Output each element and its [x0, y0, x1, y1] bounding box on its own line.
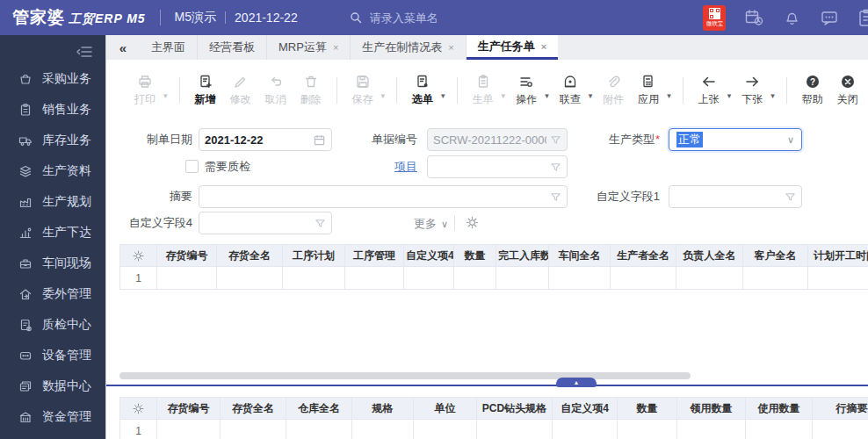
sidebar-item-production-planning[interactable]: 生产规划 [0, 186, 105, 217]
column-header[interactable]: 数量 [454, 245, 496, 267]
grid-cell[interactable] [217, 267, 283, 290]
grid-cell[interactable] [454, 267, 496, 290]
sidebar-item-outsourcing[interactable]: 委外管理 [0, 278, 105, 309]
splitter-collapse-handle[interactable] [556, 378, 597, 387]
funnel-icon[interactable] [785, 191, 796, 203]
sidebar-item-sales[interactable]: 销售业务 [0, 94, 105, 125]
grid-cell[interactable] [611, 267, 676, 290]
tabs-back-button[interactable]: « [106, 35, 140, 60]
project-label[interactable]: 项目 [317, 155, 417, 178]
search-input[interactable] [370, 11, 484, 25]
grid-cell[interactable] [549, 267, 611, 290]
splitter-line[interactable] [106, 385, 868, 386]
custom1-input[interactable] [675, 191, 781, 204]
row-index[interactable]: 1 [120, 420, 157, 439]
form-settings-gear-icon[interactable] [465, 215, 480, 230]
funnel-icon[interactable] [550, 191, 561, 203]
tab-wip-report[interactable]: 生产在制情况表 × [351, 35, 466, 60]
custom4-input[interactable] [205, 217, 311, 230]
menu-search[interactable] [349, 11, 484, 25]
close-tab-icon[interactable]: × [541, 41, 546, 52]
custom4-field[interactable] [199, 212, 332, 234]
funnel-icon[interactable] [550, 134, 561, 146]
grid-cell[interactable] [676, 267, 743, 290]
custom1-field[interactable] [669, 185, 802, 208]
edit-button[interactable]: 修改 [223, 74, 258, 107]
previous-doc-button[interactable]: 上张 [691, 74, 727, 107]
column-header[interactable]: PCD钻头规格 [477, 398, 553, 420]
column-header[interactable]: 领用数量 [677, 398, 746, 420]
message-icon[interactable] [820, 8, 839, 27]
sidebar-item-funds[interactable]: 资金管理 [0, 401, 105, 432]
row-index[interactable]: 1 [120, 267, 157, 290]
grid-cell[interactable] [352, 420, 414, 439]
sidebar-item-production-data[interactable]: 生产资料 [0, 155, 105, 186]
grid-cell[interactable] [286, 420, 352, 439]
dropdown-caret[interactable] [381, 91, 386, 100]
qr-app-badge[interactable]: 微联宝 [703, 5, 726, 31]
bell-icon[interactable] [783, 9, 801, 27]
column-header[interactable]: 负责人全名 [676, 245, 743, 267]
add-button[interactable]: 新增 [188, 74, 223, 107]
column-header[interactable]: 自定义项4 [404, 245, 454, 267]
column-header[interactable]: 单位 [414, 398, 477, 420]
make-date-input[interactable] [205, 133, 309, 147]
sidebar-collapse-icon[interactable] [76, 45, 93, 59]
tab-production-task[interactable]: 生产任务单 × [467, 35, 558, 60]
save-button[interactable]: 保存 [345, 74, 380, 107]
column-header[interactable]: 生产者全名 [611, 245, 676, 267]
column-header[interactable]: 使用数量 [746, 398, 813, 420]
sidebar-item-data-center[interactable]: 数据中心 [0, 371, 105, 401]
grid-cell[interactable] [677, 420, 746, 439]
dropdown-caret[interactable] [441, 91, 445, 100]
grid-cell[interactable] [345, 267, 404, 290]
grid-settings-gear-icon[interactable] [120, 398, 157, 420]
grid-settings-gear-icon[interactable] [120, 245, 157, 267]
summary-input[interactable] [205, 191, 546, 204]
grid-cell[interactable] [414, 420, 477, 439]
tab-dashboard[interactable]: 经营看板 [198, 35, 267, 60]
grid-cell[interactable] [808, 267, 868, 290]
clipboard-icon[interactable] [857, 8, 868, 27]
column-header[interactable]: 工序管理 [345, 245, 404, 267]
column-header[interactable]: 自定义项4 [553, 398, 618, 420]
column-header[interactable]: 车间全名 [549, 245, 611, 267]
calendar-clock-icon[interactable] [744, 8, 764, 28]
column-header[interactable]: 完工入库数 [496, 245, 549, 267]
attachment-button[interactable]: 附件 [596, 74, 631, 107]
apply-button[interactable]: 应用 [631, 74, 666, 107]
generate-doc-button[interactable]: 生单 [466, 74, 501, 107]
column-header[interactable]: 存货全名 [217, 245, 283, 267]
next-doc-button[interactable]: 下张 [734, 74, 770, 107]
grid-cell[interactable] [553, 420, 618, 439]
sidebar-item-shopfloor[interactable]: 车间现场 [0, 248, 105, 278]
funnel-icon[interactable] [315, 218, 326, 229]
dropdown-caret[interactable] [667, 91, 671, 100]
dropdown-caret[interactable] [545, 91, 549, 100]
operate-button[interactable]: 操作 [509, 74, 544, 107]
summary-field[interactable] [199, 185, 568, 208]
column-header[interactable]: 行摘要 [813, 398, 868, 420]
column-header[interactable]: 工序计划 [283, 245, 345, 267]
link-query-button[interactable]: 联查 [553, 74, 588, 107]
grid-cell[interactable] [618, 420, 677, 439]
grid-cell[interactable] [283, 267, 345, 290]
close-tab-icon[interactable]: × [333, 42, 338, 53]
grid-cell[interactable] [496, 267, 549, 290]
project-input[interactable] [433, 161, 546, 174]
more-fields-toggle[interactable]: 更多 [414, 216, 448, 232]
cancel-button[interactable]: 取消 [258, 74, 293, 107]
column-header[interactable]: 存货全名 [221, 398, 286, 420]
grid-cell[interactable] [221, 420, 286, 439]
column-header[interactable]: 存货编号 [157, 398, 221, 420]
grid-cell[interactable] [477, 420, 553, 439]
project-field[interactable] [427, 155, 568, 178]
dropdown-caret[interactable] [163, 91, 168, 100]
column-header[interactable]: 存货编号 [157, 245, 217, 267]
grid-cell[interactable] [743, 267, 808, 290]
prod-type-select[interactable]: 正常 [669, 128, 802, 151]
tab-home[interactable]: 主界面 [140, 35, 198, 60]
dropdown-caret[interactable] [589, 91, 593, 100]
grid-cell[interactable] [404, 267, 454, 290]
column-header[interactable]: 数量 [618, 398, 677, 420]
